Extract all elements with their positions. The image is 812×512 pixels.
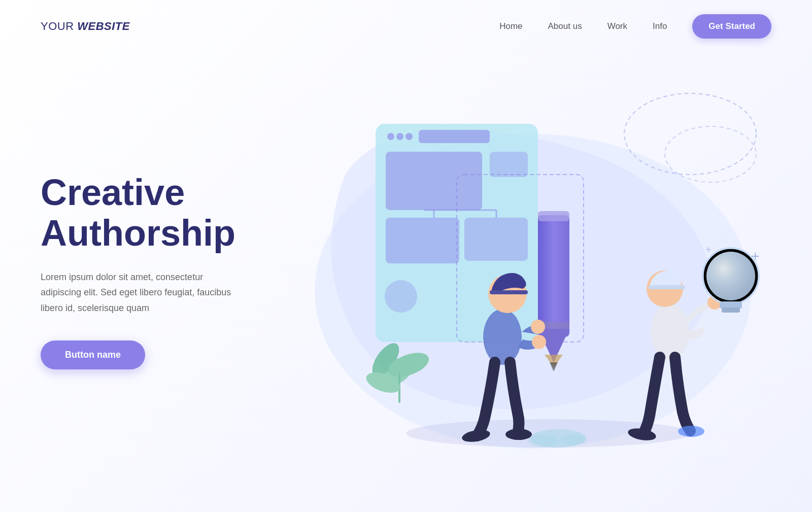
nav-link-work[interactable]: Work	[607, 21, 627, 31]
nav-link-about[interactable]: About us	[548, 21, 582, 31]
illustration-svg: + +	[284, 73, 782, 469]
svg-point-39	[532, 335, 546, 349]
svg-point-32	[483, 309, 522, 365]
svg-rect-10	[386, 218, 459, 263]
cta-button[interactable]: Button name	[41, 340, 145, 369]
hero-title: Creative Authorship	[41, 173, 284, 253]
svg-rect-34	[490, 290, 528, 294]
svg-point-30	[528, 435, 558, 447]
nav-link-home[interactable]: Home	[499, 21, 522, 31]
hero-title-line1: Creative	[41, 172, 185, 213]
svg-point-6	[405, 133, 413, 140]
svg-point-35	[496, 302, 504, 311]
navbar: YOUR WEBSITE Home About us Work Info Get…	[0, 0, 812, 53]
svg-rect-9	[490, 152, 528, 177]
svg-rect-23	[538, 215, 569, 337]
svg-rect-8	[386, 152, 482, 210]
svg-point-12	[385, 280, 417, 313]
nav-links: Home About us Work Info Get Started	[499, 14, 771, 39]
svg-rect-51	[722, 308, 740, 313]
hero-text: Creative Authorship Lorem ipsum dolor si…	[41, 173, 284, 369]
svg-rect-50	[720, 301, 742, 309]
svg-point-38	[531, 320, 545, 334]
page-wrapper: YOUR WEBSITE Home About us Work Info Get…	[0, 0, 812, 512]
get-started-button[interactable]: Get Started	[692, 14, 771, 39]
svg-point-44	[678, 426, 704, 437]
svg-point-4	[387, 133, 394, 140]
svg-text:+: +	[751, 248, 759, 264]
hero-illustration: + +	[284, 73, 782, 469]
svg-text:+: +	[705, 244, 712, 255]
svg-point-49	[706, 252, 755, 300]
svg-rect-24	[538, 211, 569, 221]
svg-rect-7	[419, 130, 490, 143]
hero-title-line2: Authorship	[41, 213, 235, 253]
nav-link-info[interactable]: Info	[653, 21, 667, 31]
svg-rect-42	[649, 285, 685, 289]
hero-section: Creative Authorship Lorem ipsum dolor si…	[0, 53, 812, 469]
svg-point-37	[505, 429, 532, 440]
svg-rect-11	[464, 218, 528, 261]
hero-description: Lorem ipsum dolor sit amet, consectetur …	[41, 269, 244, 316]
svg-point-2	[665, 126, 756, 182]
logo: YOUR WEBSITE	[41, 20, 130, 33]
logo-highlight: WEBSITE	[77, 20, 130, 32]
svg-point-31	[561, 435, 586, 445]
svg-point-5	[396, 133, 403, 140]
